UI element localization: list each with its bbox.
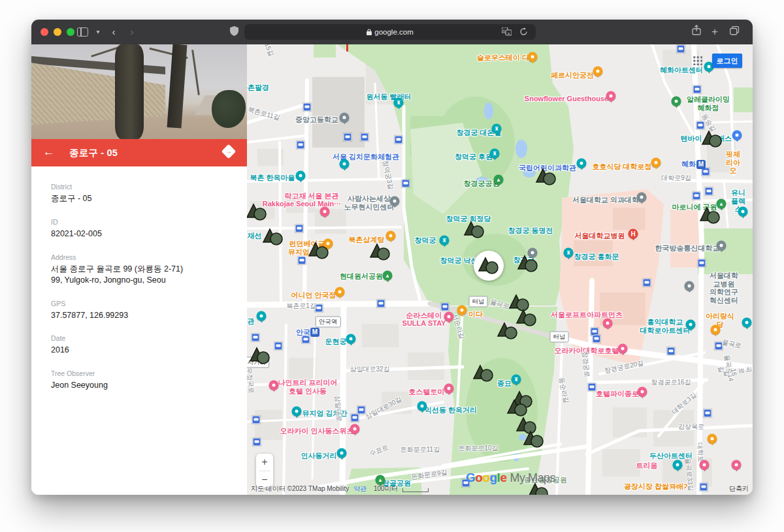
poi-pin-icon[interactable] [606, 91, 616, 101]
poi-pin-icon[interactable] [651, 158, 661, 168]
bus-stop-icon[interactable] [402, 180, 410, 188]
bus-stop-icon[interactable] [274, 342, 283, 351]
sidebar-toggle-icon[interactable] [77, 27, 88, 37]
share-icon[interactable] [690, 25, 703, 39]
bus-stop-icon[interactable] [667, 347, 676, 356]
poi-pin-icon[interactable] [444, 312, 454, 322]
terms-link[interactable]: 약관 [353, 484, 367, 493]
poi-pin-icon[interactable]: ♜ [492, 124, 502, 134]
forward-icon[interactable]: › [125, 25, 139, 39]
zoom-window-button[interactable] [67, 28, 74, 36]
map-canvas[interactable]: 북촌팔경15길북촌로11길중앙고등학교원서동 빨래터슬로우스테이 다페르시안궁전… [247, 44, 753, 495]
bus-stop-icon[interactable] [357, 406, 366, 415]
poi-pin-icon[interactable] [444, 384, 454, 394]
poi-pin-icon[interactable] [386, 231, 396, 241]
tree-observation-marker[interactable] [522, 428, 546, 452]
poi-pin-icon[interactable] [711, 325, 721, 335]
poi-pin-icon[interactable] [638, 387, 647, 397]
bus-stop-icon[interactable] [344, 133, 352, 142]
poi-pin-icon[interactable] [732, 131, 742, 140]
poi-pin-icon[interactable]: ♜ [394, 98, 404, 108]
poi-pin-icon[interactable] [577, 159, 587, 168]
bus-stop-icon[interactable] [303, 103, 312, 112]
bus-stop-icon[interactable] [297, 141, 305, 149]
login-button[interactable]: 로그인 [712, 54, 742, 68]
poi-pin-icon[interactable] [269, 381, 279, 390]
tree-observation-marker[interactable] [463, 219, 486, 242]
tree-observation-marker[interactable] [472, 362, 495, 386]
poi-pin-icon[interactable]: ♜ [490, 149, 500, 159]
poi-pin-icon[interactable] [346, 334, 356, 344]
back-icon[interactable]: ‹ [107, 25, 120, 39]
poi-pin-icon[interactable] [637, 193, 647, 202]
poi-pin-icon[interactable]: ▲ [494, 175, 504, 185]
bus-stop-icon[interactable] [704, 409, 712, 418]
subway-station-icon[interactable]: M [310, 328, 319, 337]
poi-pin-icon[interactable]: ♜ [564, 248, 574, 258]
tree-observation-marker[interactable] [516, 253, 540, 276]
google-apps-grid-icon[interactable] [693, 55, 702, 65]
tree-observation-marker[interactable] [698, 204, 722, 228]
poi-pin-icon[interactable] [335, 287, 345, 297]
poi-pin-icon[interactable] [350, 424, 360, 434]
tree-observation-marker[interactable] [261, 226, 285, 249]
bus-stop-icon[interactable] [441, 303, 449, 311]
poi-pin-icon[interactable]: ♜ [440, 236, 449, 245]
tab-overview-icon[interactable] [728, 25, 741, 39]
poi-pin-icon[interactable] [685, 281, 694, 291]
keyboard-shortcuts-label[interactable]: 단축키 [729, 484, 749, 493]
poi-pin-icon[interactable] [673, 460, 683, 470]
bus-stop-icon[interactable] [643, 279, 651, 287]
directions-icon[interactable]: → [221, 144, 237, 159]
translate-icon[interactable]: Aa [502, 27, 512, 36]
tree-observation-marker[interactable] [477, 255, 500, 278]
poi-pin-icon[interactable] [732, 460, 742, 470]
bus-stop-icon[interactable] [361, 133, 369, 142]
bus-stop-icon[interactable] [295, 225, 304, 233]
poi-pin-icon[interactable] [292, 407, 302, 416]
poi-pin-icon[interactable] [417, 401, 427, 411]
poi-pin-icon[interactable]: H [629, 229, 638, 239]
bus-stop-icon[interactable] [705, 187, 713, 196]
poi-pin-icon[interactable] [700, 460, 710, 470]
tree-observation-marker[interactable] [496, 320, 519, 343]
poi-pin-icon[interactable] [528, 52, 538, 62]
poi-pin-icon[interactable] [672, 97, 681, 106]
close-window-button[interactable] [41, 28, 48, 36]
poi-pin-icon[interactable] [457, 305, 467, 315]
reload-icon[interactable] [519, 27, 528, 36]
poi-pin-icon[interactable] [717, 241, 727, 251]
poi-pin-icon[interactable] [603, 319, 613, 328]
poi-pin-icon[interactable]: ▲ [383, 271, 393, 281]
bus-stop-icon[interactable] [253, 438, 261, 446]
tree-observation-marker[interactable] [248, 345, 272, 368]
bus-stop-icon[interactable] [693, 192, 701, 200]
new-tab-icon[interactable]: + [708, 25, 721, 39]
poi-pin-icon[interactable] [390, 196, 400, 206]
chevron-down-icon[interactable]: ▾ [91, 25, 105, 39]
poi-pin-icon[interactable]: ♜ [512, 375, 521, 384]
tree-observation-marker[interactable] [368, 241, 392, 264]
tree-observation-marker[interactable] [307, 240, 331, 263]
poi-pin-icon[interactable] [340, 159, 350, 169]
place-photo[interactable] [31, 44, 247, 139]
poi-pin-icon[interactable] [686, 320, 696, 330]
tree-observation-marker[interactable] [247, 201, 269, 225]
subway-station-icon[interactable]: M [696, 160, 706, 169]
bus-stop-icon[interactable] [698, 259, 706, 268]
bus-stop-icon[interactable] [395, 136, 403, 144]
bus-stop-icon[interactable] [593, 335, 601, 343]
poi-pin-icon[interactable]: ▲ [376, 475, 385, 485]
poi-pin-icon[interactable] [320, 207, 330, 217]
back-button[interactable]: ← [43, 146, 54, 159]
poi-pin-icon[interactable] [296, 171, 306, 181]
bus-stop-icon[interactable] [298, 257, 306, 265]
bus-stop-icon[interactable] [252, 416, 261, 424]
bus-stop-icon[interactable] [588, 383, 596, 392]
poi-pin-icon[interactable] [742, 318, 752, 328]
tree-observation-marker[interactable] [534, 166, 558, 189]
tree-observation-marker[interactable] [700, 128, 724, 151]
poi-pin-icon[interactable] [618, 344, 628, 354]
minimize-window-button[interactable] [54, 28, 61, 36]
poi-pin-icon[interactable] [340, 113, 350, 123]
